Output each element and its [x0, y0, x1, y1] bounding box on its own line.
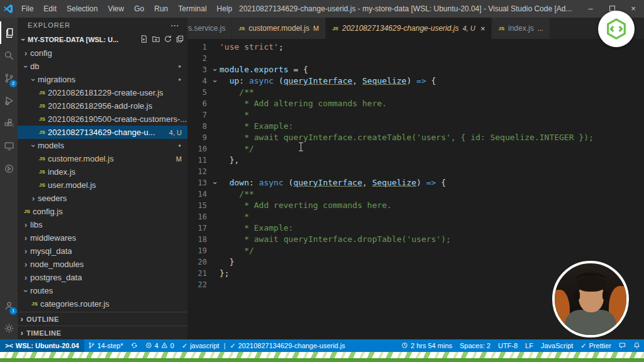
new-folder-icon[interactable] — [152, 35, 160, 44]
code-line[interactable]: 3›module.exports = { — [187, 64, 644, 75]
file-item[interactable]: JSuser.model.js — [18, 178, 187, 192]
fold-gutter — [210, 234, 219, 245]
settings-gear-icon[interactable] — [0, 317, 18, 339]
testing-icon[interactable] — [0, 157, 18, 180]
menu-selection[interactable]: Selection — [62, 0, 103, 18]
code-line[interactable]: 14 /** — [187, 189, 644, 200]
remote-explorer-icon[interactable] — [0, 134, 18, 157]
file-item[interactable]: JSconfig.js — [18, 205, 187, 218]
more-actions-icon[interactable]: ⋯ — [170, 20, 180, 30]
code-line[interactable]: 7 * — [187, 109, 644, 121]
refresh-icon[interactable] — [164, 35, 172, 44]
git-branch-item[interactable]: 14-step* — [84, 339, 127, 352]
folder-item[interactable]: ›libs — [18, 218, 187, 231]
file-item[interactable]: JS20210826181229-create-user.js — [18, 86, 187, 99]
folder-item[interactable]: ›seeders — [18, 192, 187, 205]
code-line[interactable]: 17 * Example: — [187, 222, 644, 234]
problems-item[interactable]: 4 0 — [142, 339, 178, 352]
fold-gutter — [210, 279, 219, 290]
code-line[interactable]: 12 — [187, 166, 644, 177]
folder-item[interactable]: ›routes — [18, 284, 187, 297]
code-line[interactable]: 13› down: async (queryInterface, Sequeli… — [187, 177, 644, 189]
extensions-icon[interactable] — [0, 112, 18, 134]
code-line[interactable]: 18 * await queryInterface.dropTable('use… — [187, 234, 644, 245]
code-line[interactable]: 5 /** — [187, 87, 644, 98]
run-debug-icon[interactable] — [0, 89, 18, 112]
channel-logo — [598, 11, 635, 47]
code-token: * — [219, 109, 249, 121]
fold-chevron-icon[interactable]: › — [209, 180, 220, 185]
js-file-icon: JS — [498, 26, 504, 31]
folder-item[interactable]: ›mysql_data — [18, 244, 187, 258]
source-control-icon[interactable]: 2 — [0, 67, 18, 89]
file-item[interactable]: JS20210826190500-create-customers-... — [18, 112, 187, 126]
fold-gutter — [210, 155, 219, 166]
project-root-row[interactable]: › MY-STORE-DATA [WSL: U... — [18, 33, 187, 47]
eslint-file-item[interactable]: ✓ 20210827134629-change-userid.js — [226, 339, 348, 352]
account-icon[interactable]: 1 — [0, 294, 18, 317]
folder-item[interactable]: ›models● — [18, 139, 187, 152]
folder-item[interactable]: ›db● — [18, 60, 187, 73]
menu-edit[interactable]: Edit — [38, 0, 62, 18]
folder-item[interactable]: ›node_modules — [18, 258, 187, 271]
explorer-icon[interactable] — [0, 21, 18, 44]
code-line[interactable]: 11 }, — [187, 155, 644, 166]
notifications-item[interactable] — [630, 339, 644, 352]
fold-chevron-icon[interactable]: › — [209, 79, 220, 83]
file-item[interactable]: JScategories.router.js — [18, 297, 187, 310]
menu-file[interactable]: File — [16, 0, 38, 18]
code-line[interactable]: 19 */ — [187, 245, 644, 256]
code-token: { — [436, 177, 446, 189]
language-mode-item[interactable]: JavaScript — [537, 339, 577, 352]
menu-go[interactable]: Go — [129, 0, 149, 18]
minimize-button[interactable]: – — [580, 0, 601, 18]
eol-item[interactable]: LF — [521, 339, 537, 352]
menu-help[interactable]: Help — [212, 0, 238, 18]
remote-indicator[interactable]: >< WSL: Ubuntu-20.04 — [0, 339, 84, 352]
timeline-section[interactable]: › TIMELINE — [18, 326, 187, 339]
code-token: , — [352, 75, 362, 87]
editor-tab[interactable]: JSindex.js... — [492, 18, 550, 39]
editor-tab[interactable]: JS20210827134629-change-userid.js4, U× — [326, 18, 492, 39]
menu-terminal[interactable]: Terminal — [173, 0, 211, 18]
file-item[interactable]: JSindex.js — [18, 165, 187, 178]
file-item[interactable]: JScustomer.model.jsM — [18, 152, 187, 165]
file-item[interactable]: JS20210827134629-change-u...4, U — [18, 126, 187, 139]
code-line[interactable]: 2 — [187, 53, 644, 64]
menu-run[interactable]: Run — [149, 0, 173, 18]
sidebar-bottom-sections: › OUTLINE › TIMELINE — [18, 312, 187, 339]
new-file-icon[interactable] — [140, 35, 148, 44]
fold-gutter: › — [210, 177, 219, 189]
fold-chevron-icon[interactable]: › — [209, 67, 220, 72]
editor-tab[interactable]: JSomers.service.js — [187, 18, 232, 39]
sync-item[interactable] — [127, 339, 142, 352]
close-icon[interactable]: × — [480, 24, 486, 33]
outline-section[interactable]: › OUTLINE — [18, 312, 187, 326]
prettier-item[interactable]: ✓ Prettier — [577, 339, 615, 352]
code-token: */ — [219, 245, 254, 256]
code-token: ) — [406, 75, 416, 87]
file-item[interactable]: JS20210826182956-add-role.js — [18, 99, 187, 112]
code-line[interactable]: 4› up: async (queryInterface, Sequelize)… — [187, 75, 644, 87]
indentation-item[interactable]: Spaces: 2 — [456, 339, 494, 352]
code-line[interactable]: 10 */ — [187, 143, 644, 155]
folder-item[interactable]: ›config — [18, 47, 187, 60]
code-line[interactable]: 15 * Add reverting commands here. — [187, 200, 644, 211]
folder-item[interactable]: ›middlewares — [18, 231, 187, 244]
folder-item[interactable]: ›postgres_data — [18, 271, 187, 284]
eslint-language-item[interactable]: ✓ javascript — [178, 339, 223, 352]
wakatime-item[interactable]: 2 hrs 54 mins — [397, 339, 456, 352]
code-line[interactable]: 16 * — [187, 211, 644, 222]
editor-tab[interactable]: JScustomer.model.jsM — [232, 18, 326, 39]
folder-item[interactable]: ›migrations● — [18, 73, 187, 86]
feedback-item[interactable] — [615, 339, 630, 352]
collapse-all-icon[interactable] — [176, 35, 184, 44]
code-line[interactable]: 1'use strict'; — [187, 41, 644, 53]
code-line[interactable]: 8 * Example: — [187, 121, 644, 132]
search-icon[interactable] — [0, 44, 18, 67]
code-line[interactable]: 6 * Add altering commands here. — [187, 98, 644, 109]
menu-view[interactable]: View — [103, 0, 129, 18]
code-line[interactable]: 9 * await queryInterface.createTable('us… — [187, 132, 644, 143]
encoding-item[interactable]: UTF-8 — [494, 339, 521, 352]
line-number: 5 — [187, 87, 210, 98]
